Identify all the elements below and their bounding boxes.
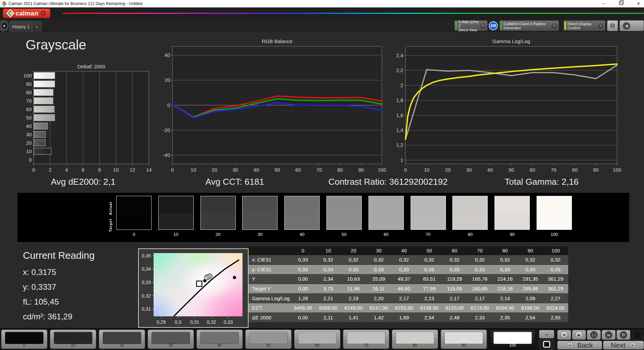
close-button[interactable]: × [637,0,640,7]
page-title: Grayscale [26,37,86,53]
table-cell: 0,33 [290,265,316,275]
pattern-swatch-90[interactable]: 90 [441,329,487,349]
patch-target [285,213,319,230]
avg-cct: Avg CCT: 6181 [205,177,264,187]
window-size-button[interactable]: [··] [587,330,601,340]
table-header-20: 20 [341,246,366,255]
table-cell: 2,11 [316,313,341,322]
table-cell: 6120,00 [442,303,467,313]
play-button[interactable]: ▶ [572,330,586,340]
table-cell: 0,33 [417,265,442,275]
window-size-button-icon: [··] [590,331,598,339]
svg-text:1,4: 1,4 [396,127,403,133]
svg-text:0,3: 0,3 [174,319,181,325]
table-cell: 0,32 [543,255,568,265]
meter-device-button[interactable]: X-Rite i1Pro 2Direct View ▾ [454,20,488,31]
swatch-label: 40 [197,343,243,348]
minimize-button[interactable]: – [602,0,605,7]
pattern-swatch-0[interactable]: 0 [1,329,47,349]
collapse-panel-button[interactable]: ◀ [619,20,644,31]
table-cell: 3,73 [316,284,341,294]
patch-actual [285,196,319,213]
grayscale-patch-20 [200,196,236,230]
table-cell: 2,17 [442,293,467,303]
pattern-options-up-button[interactable]: ▲ [539,330,554,339]
tab-bar: ▶ History 1 + X-Rite i1Pro 2Direct View … [0,19,644,32]
svg-text:0,33: 0,33 [142,280,151,285]
grayscale-patch-30 [242,196,278,230]
add-tab-button[interactable]: + [32,21,41,32]
table-header-100: 100 [543,246,568,255]
patch-target [327,213,361,230]
swatch-label: 10 [50,343,96,348]
display-control-status-stripe [565,22,566,30]
svg-text:90: 90 [593,167,599,173]
svg-text:0: 0 [167,102,170,108]
svg-text:30: 30 [26,132,32,137]
table-cell: 6196,00 [518,303,543,313]
patch-target [243,213,277,230]
stop-button[interactable]: ■ [557,330,571,340]
table-cell: 77,99 [417,284,442,294]
continuous-measure-button[interactable]: ∞ [602,330,616,340]
swatch-color [298,332,336,344]
pattern-swatch-50[interactable]: 50 [245,329,292,349]
swatch-label: 90 [441,343,487,348]
table-cell: 2,48 [442,313,467,322]
meter-count-badge[interactable]: 239 [489,21,498,30]
pattern-swatch-80[interactable]: 80 [392,329,438,349]
calman-logo-icon [6,9,14,17]
pattern-swatch-30[interactable]: 30 [148,329,194,349]
svg-text:1,2: 1,2 [396,142,403,148]
pattern-swatch-20[interactable]: 20 [99,329,145,349]
tab-history-1[interactable]: History 1 [9,21,32,32]
table-cell: 6204,00 [492,303,518,313]
table-cell: 0,32 [316,255,341,265]
pattern-generator-button[interactable]: CalMAN Client 3 Pattern Generator ▾ [499,20,559,31]
table-cell: 83,51 [417,274,442,284]
meter-status-stripe [455,22,457,30]
next-button[interactable]: Next » [603,341,644,350]
refresh-button[interactable]: ↻ [616,330,631,340]
table-row-label: y: CIE31 [249,265,290,275]
swatch-color [347,332,385,344]
patch-actual [201,196,235,213]
back-button[interactable]: « Back [557,341,602,350]
svg-text:4: 4 [65,167,68,173]
pattern-swatch-100[interactable]: 100 [489,329,536,349]
svg-text:12: 12 [130,167,135,173]
back-label: Back [577,341,593,349]
pattern-swatch-70[interactable]: 70 [343,329,389,349]
svg-text:10: 10 [191,167,196,173]
svg-text:0,35: 0,35 [142,253,151,258]
grayscale-patch-label: 30 [242,232,278,237]
grayscale-patch-label: 90 [494,232,530,237]
calman-menu-button[interactable]: calman ▾ [3,8,51,18]
workflow-run-button[interactable]: ▶ [1,21,8,31]
svg-text:80: 80 [337,167,343,173]
settings-button[interactable]: ⚙ [607,20,618,31]
grayscale-patch-10 [158,196,194,230]
pattern-swatch-10[interactable]: 10 [50,329,96,349]
svg-text:1,6: 1,6 [396,112,403,118]
svg-text:10: 10 [424,167,429,173]
table-cell: 0,33 [391,265,417,275]
display-control-button[interactable]: Direct Display Control ▾ [563,20,606,31]
pattern-swatch-60[interactable]: 60 [294,329,341,349]
table-cell: 10,63 [341,274,366,284]
measurement-table: 0102030405060708090100x: CIE310,330,320,… [249,246,568,322]
window-pattern-button[interactable] [539,339,554,349]
patch-target [453,213,487,230]
pattern-swatch-40[interactable]: 40 [196,329,243,349]
swatch-color [152,332,190,344]
svg-text:50: 50 [509,167,514,173]
patch-target [369,213,404,230]
swatch-color [249,332,288,344]
svg-text:90: 90 [26,81,32,87]
restore-button[interactable] [619,0,623,7]
table-row-label: CCT [249,303,290,313]
table-cell: 2,33 [467,313,492,322]
bottom-pattern-bar: ▲ « Back Next » 0102030405060708090100■▶… [0,328,644,350]
grayscale-patch-100 [537,196,572,230]
svg-text:0,34: 0,34 [142,266,151,272]
